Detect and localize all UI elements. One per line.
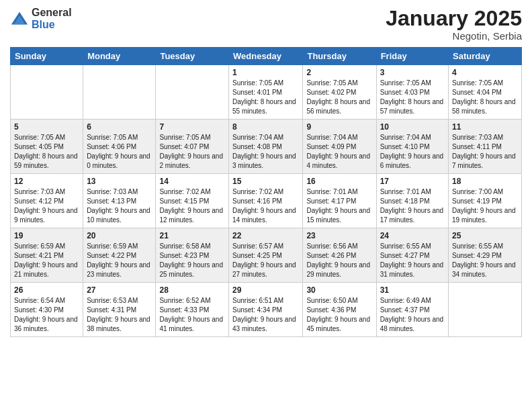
day-detail: Sunrise: 7:05 AM Sunset: 4:02 PM Dayligh… <box>306 79 372 116</box>
day-number: 11 <box>452 122 518 132</box>
day-number: 1 <box>232 68 299 77</box>
day-detail: Sunrise: 6:59 AM Sunset: 4:22 PM Dayligh… <box>87 242 152 279</box>
weekday-header-friday: Friday <box>376 48 448 65</box>
day-number: 10 <box>380 122 445 132</box>
week-row-3: 12Sunrise: 7:03 AM Sunset: 4:12 PM Dayli… <box>11 174 522 228</box>
day-detail: Sunrise: 6:55 AM Sunset: 4:29 PM Dayligh… <box>452 242 518 279</box>
calendar-cell: 10Sunrise: 7:04 AM Sunset: 4:10 PM Dayli… <box>376 120 448 174</box>
calendar-cell: 27Sunrise: 6:53 AM Sunset: 4:31 PM Dayli… <box>83 283 156 337</box>
weekday-header-wednesday: Wednesday <box>229 48 303 65</box>
day-number: 20 <box>87 231 152 240</box>
day-detail: Sunrise: 7:05 AM Sunset: 4:03 PM Dayligh… <box>380 79 445 116</box>
calendar-cell: 24Sunrise: 6:55 AM Sunset: 4:27 PM Dayli… <box>376 228 448 283</box>
week-row-5: 26Sunrise: 6:54 AM Sunset: 4:30 PM Dayli… <box>11 283 522 337</box>
day-number: 26 <box>14 285 79 295</box>
day-number: 8 <box>232 122 299 132</box>
calendar-cell: 18Sunrise: 7:00 AM Sunset: 4:19 PM Dayli… <box>449 174 522 228</box>
day-number: 7 <box>159 122 225 132</box>
weekday-header-saturday: Saturday <box>449 48 522 65</box>
weekday-header-row: SundayMondayTuesdayWednesdayThursdayFrid… <box>11 48 522 65</box>
week-row-1: 1Sunrise: 7:05 AM Sunset: 4:01 PM Daylig… <box>11 65 522 120</box>
day-number: 5 <box>14 122 79 132</box>
day-number: 13 <box>87 177 152 186</box>
calendar-cell: 5Sunrise: 7:05 AM Sunset: 4:05 PM Daylig… <box>11 120 83 174</box>
title-area: January 2025 Negotin, Serbia <box>386 7 522 42</box>
day-number: 2 <box>306 68 372 77</box>
day-detail: Sunrise: 7:04 AM Sunset: 4:08 PM Dayligh… <box>232 133 299 171</box>
calendar-cell: 26Sunrise: 6:54 AM Sunset: 4:30 PM Dayli… <box>11 283 83 337</box>
weekday-header-tuesday: Tuesday <box>156 48 229 65</box>
calendar-cell: 15Sunrise: 7:02 AM Sunset: 4:16 PM Dayli… <box>229 174 303 228</box>
day-detail: Sunrise: 6:57 AM Sunset: 4:25 PM Dayligh… <box>232 242 299 279</box>
calendar-cell: 21Sunrise: 6:58 AM Sunset: 4:23 PM Dayli… <box>156 228 229 283</box>
day-number: 22 <box>232 231 299 240</box>
day-detail: Sunrise: 7:05 AM Sunset: 4:04 PM Dayligh… <box>452 79 518 116</box>
calendar-cell: 13Sunrise: 7:03 AM Sunset: 4:13 PM Dayli… <box>83 174 156 228</box>
day-detail: Sunrise: 6:55 AM Sunset: 4:27 PM Dayligh… <box>380 242 445 279</box>
day-number: 31 <box>380 285 445 295</box>
day-detail: Sunrise: 7:03 AM Sunset: 4:12 PM Dayligh… <box>14 187 79 225</box>
day-number: 18 <box>452 177 518 186</box>
calendar-cell: 16Sunrise: 7:01 AM Sunset: 4:17 PM Dayli… <box>303 174 376 228</box>
logo: General Blue <box>10 7 72 30</box>
day-detail: Sunrise: 6:58 AM Sunset: 4:23 PM Dayligh… <box>159 242 225 279</box>
location: Negotin, Serbia <box>386 30 522 42</box>
calendar-cell: 30Sunrise: 6:50 AM Sunset: 4:36 PM Dayli… <box>303 283 376 337</box>
calendar-cell: 8Sunrise: 7:04 AM Sunset: 4:08 PM Daylig… <box>229 120 303 174</box>
calendar-cell: 3Sunrise: 7:05 AM Sunset: 4:03 PM Daylig… <box>376 65 448 120</box>
day-number: 17 <box>380 177 445 186</box>
day-number: 16 <box>306 177 372 186</box>
calendar-cell: 17Sunrise: 7:01 AM Sunset: 4:18 PM Dayli… <box>376 174 448 228</box>
calendar-cell: 25Sunrise: 6:55 AM Sunset: 4:29 PM Dayli… <box>449 228 522 283</box>
calendar-cell <box>83 65 156 120</box>
calendar-cell: 22Sunrise: 6:57 AM Sunset: 4:25 PM Dayli… <box>229 228 303 283</box>
logo-general-text: General <box>32 7 72 19</box>
day-detail: Sunrise: 7:00 AM Sunset: 4:19 PM Dayligh… <box>452 187 518 225</box>
weekday-header-thursday: Thursday <box>303 48 376 65</box>
week-row-4: 19Sunrise: 6:59 AM Sunset: 4:21 PM Dayli… <box>11 228 522 283</box>
day-number: 3 <box>380 68 445 77</box>
day-detail: Sunrise: 6:56 AM Sunset: 4:26 PM Dayligh… <box>306 242 372 279</box>
month-title: January 2025 <box>386 7 522 30</box>
calendar-cell: 28Sunrise: 6:52 AM Sunset: 4:33 PM Dayli… <box>156 283 229 337</box>
day-number: 19 <box>14 231 79 240</box>
logo-text: General Blue <box>32 7 72 30</box>
week-row-2: 5Sunrise: 7:05 AM Sunset: 4:05 PM Daylig… <box>11 120 522 174</box>
day-detail: Sunrise: 6:59 AM Sunset: 4:21 PM Dayligh… <box>14 242 79 279</box>
day-number: 14 <box>159 177 225 186</box>
calendar-cell: 1Sunrise: 7:05 AM Sunset: 4:01 PM Daylig… <box>229 65 303 120</box>
logo-icon <box>10 9 29 28</box>
calendar-cell <box>449 283 522 337</box>
day-detail: Sunrise: 7:04 AM Sunset: 4:10 PM Dayligh… <box>380 133 445 171</box>
day-detail: Sunrise: 6:50 AM Sunset: 4:36 PM Dayligh… <box>306 296 372 334</box>
header: General Blue January 2025 Negotin, Serbi… <box>10 7 522 42</box>
day-number: 24 <box>380 231 445 240</box>
calendar-cell <box>156 65 229 120</box>
calendar-cell: 12Sunrise: 7:03 AM Sunset: 4:12 PM Dayli… <box>11 174 83 228</box>
calendar-cell: 23Sunrise: 6:56 AM Sunset: 4:26 PM Dayli… <box>303 228 376 283</box>
day-number: 21 <box>159 231 225 240</box>
day-detail: Sunrise: 6:51 AM Sunset: 4:34 PM Dayligh… <box>232 296 299 334</box>
day-detail: Sunrise: 7:04 AM Sunset: 4:09 PM Dayligh… <box>306 133 372 171</box>
calendar-cell: 19Sunrise: 6:59 AM Sunset: 4:21 PM Dayli… <box>11 228 83 283</box>
calendar-cell: 6Sunrise: 7:05 AM Sunset: 4:06 PM Daylig… <box>83 120 156 174</box>
calendar-cell: 20Sunrise: 6:59 AM Sunset: 4:22 PM Dayli… <box>83 228 156 283</box>
calendar: SundayMondayTuesdayWednesdayThursdayFrid… <box>10 47 522 337</box>
day-detail: Sunrise: 7:05 AM Sunset: 4:07 PM Dayligh… <box>159 133 225 171</box>
day-detail: Sunrise: 7:02 AM Sunset: 4:16 PM Dayligh… <box>232 187 299 225</box>
day-number: 30 <box>306 285 372 295</box>
day-number: 23 <box>306 231 372 240</box>
day-detail: Sunrise: 7:01 AM Sunset: 4:18 PM Dayligh… <box>380 187 445 225</box>
day-detail: Sunrise: 6:53 AM Sunset: 4:31 PM Dayligh… <box>87 296 152 334</box>
calendar-cell: 11Sunrise: 7:03 AM Sunset: 4:11 PM Dayli… <box>449 120 522 174</box>
calendar-cell: 31Sunrise: 6:49 AM Sunset: 4:37 PM Dayli… <box>376 283 448 337</box>
calendar-cell: 29Sunrise: 6:51 AM Sunset: 4:34 PM Dayli… <box>229 283 303 337</box>
day-detail: Sunrise: 7:01 AM Sunset: 4:17 PM Dayligh… <box>306 187 372 225</box>
logo-blue-text: Blue <box>32 19 72 31</box>
day-number: 15 <box>232 177 299 186</box>
day-number: 29 <box>232 285 299 295</box>
day-number: 4 <box>452 68 518 77</box>
weekday-header-monday: Monday <box>83 48 156 65</box>
day-detail: Sunrise: 7:03 AM Sunset: 4:13 PM Dayligh… <box>87 187 152 225</box>
day-number: 6 <box>87 122 152 132</box>
